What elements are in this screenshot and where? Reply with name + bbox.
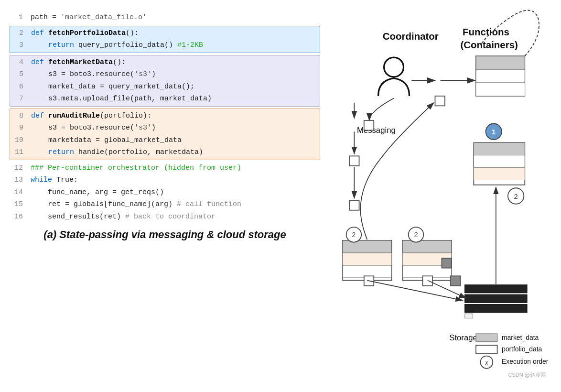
- code-text-2: def fetchPortfolioData():: [31, 27, 139, 40]
- code-text-5: s3 = boto3.resource('s3'): [31, 68, 156, 81]
- code-line-15: 15 ret = globals[func_name](arg) # call …: [10, 198, 320, 211]
- line-num-10: 10: [10, 134, 23, 147]
- code-text-12: ### Per-container orchestrator (hidden f…: [31, 162, 241, 174]
- legend-portfolio-box: [476, 345, 497, 353]
- code-text-15: ret = globals[func_name](arg) # call fun…: [31, 198, 241, 211]
- container-1-portfolio-data: [476, 69, 525, 83]
- code-line-3: 3 return query_portfolio_data() #1-2KB: [10, 39, 316, 52]
- line-num-8: 8: [10, 110, 23, 122]
- msg-sq-5: [422, 276, 432, 285]
- msg-sq-6: [442, 258, 451, 268]
- code-text-1: path = 'market_data_file.o': [31, 11, 147, 24]
- code-text-4: def fetchMarketData():: [31, 56, 126, 69]
- line-num-3: 3: [10, 39, 23, 52]
- legend-portfolio-label: portfolio_data: [502, 345, 542, 353]
- code-text-9: s3 = boto3.resource('s3'): [31, 122, 156, 134]
- container-1-rest: [476, 83, 525, 96]
- code-line-10: 10 marketdata = global_market_data: [10, 134, 316, 147]
- code-text-16: send_results(ret) # back to coordinator: [31, 211, 216, 223]
- code-line-6: 6 market_data = query_market_data();: [10, 81, 316, 93]
- legend-market-box: [476, 334, 497, 342]
- mid-circle-2-label: 2: [414, 231, 418, 239]
- box-lavender: 4 def fetchMarketData(): 5 s3 = boto3.re…: [10, 55, 320, 107]
- code-text-10: marketdata = global_market_data: [31, 134, 182, 147]
- mid-container-2-market: [403, 240, 452, 253]
- code-line-16: 16 send_results(ret) # back to coordinat…: [10, 211, 320, 223]
- container-1b-portfolio: [474, 155, 525, 167]
- left-panel: 1 path = 'market_data_file.o' 2 def fetc…: [10, 10, 325, 382]
- line-num-9: 9: [10, 122, 23, 134]
- code-line-2: 2 def fetchPortfolioData():: [10, 27, 316, 40]
- person-body: [378, 78, 410, 96]
- code-line-12: 12 ### Per-container orchestrator (hidde…: [10, 162, 320, 174]
- code-line-4: 4 def fetchMarketData():: [10, 56, 316, 69]
- code-line-9: 9 s3 = boto3.resource('s3'): [10, 122, 316, 134]
- code-text-8: def runAuditRule(portfolio):: [31, 110, 151, 122]
- main-container: 1 path = 'market_data_file.o' 2 def fetc…: [0, 0, 561, 392]
- line-num-14: 14: [10, 186, 23, 199]
- msg-sq-8: [435, 96, 444, 106]
- watermark: CSDN @斜渡渠: [508, 371, 546, 379]
- container-1-market-data: [476, 56, 525, 69]
- right-panel: Coordinator Functions (Containers) Messa…: [325, 10, 551, 382]
- legend-market-label: market_data: [502, 334, 539, 341]
- code-line-1: 1 path = 'market_data_file.o': [10, 11, 320, 24]
- code-area: 1 path = 'market_data_file.o' 2 def fetc…: [10, 11, 320, 223]
- msg-sq-1: [364, 120, 374, 130]
- left-circle-2-label: 2: [352, 231, 356, 239]
- left-container-2-active: [343, 253, 391, 265]
- line-num-6: 6: [10, 81, 23, 93]
- caption: (a) State-passing via messaging & cloud …: [10, 229, 320, 241]
- code-text-11: return handle(portfolio, marketdata): [31, 146, 203, 159]
- legend-exec-label: Execution order: [502, 358, 549, 365]
- storage-label: Storage: [449, 333, 477, 342]
- line-num-4: 4: [10, 56, 23, 69]
- arrow-coord-down: [369, 98, 394, 120]
- functions-label: Functions: [463, 26, 509, 37]
- box-blue: 2 def fetchPortfolioData(): 3 return que…: [10, 26, 320, 53]
- code-line-5: 5 s3 = boto3.resource('s3'): [10, 68, 316, 81]
- container-1b-active: [474, 168, 525, 180]
- containers-label: (Containers): [460, 39, 518, 50]
- line-num-12: 12: [10, 162, 23, 174]
- person-head: [384, 57, 404, 77]
- code-text-3: return query_portfolio_data() #1-2KB: [31, 39, 203, 52]
- code-text-6: market_data = query_market_data();: [31, 81, 194, 93]
- diagram-svg: Coordinator Functions (Containers) Messa…: [325, 10, 551, 382]
- storage-dot: [465, 314, 473, 318]
- code-line-14: 14 func_name, arg = get_reqs(): [10, 186, 320, 199]
- container-2a-circle-label: 2: [514, 193, 518, 200]
- code-line-13: 13 while True:: [10, 174, 320, 186]
- legend-exec-x: x: [485, 359, 488, 366]
- coordinator-label: Coordinator: [383, 31, 439, 42]
- line-num-5: 5: [10, 68, 23, 81]
- plain-lines-bottom: 12 ### Per-container orchestrator (hidde…: [10, 162, 320, 223]
- line-num-15: 15: [10, 198, 23, 211]
- line-num-11: 11: [10, 146, 23, 159]
- container-1-circle-label: 1: [492, 128, 496, 136]
- code-line-7: 7 s3.meta.upload_file(path, market_data): [10, 93, 316, 105]
- msg-sq-7: [451, 276, 460, 285]
- code-line-8: 8 def runAuditRule(portfolio):: [10, 110, 316, 122]
- container-1b-market: [474, 142, 525, 155]
- storage-bar-2: [465, 294, 527, 303]
- msg-sq-2: [349, 156, 359, 165]
- msg-sq-3: [349, 200, 359, 210]
- line-num-2: 2: [10, 27, 23, 40]
- code-text-14: func_name, arg = get_reqs(): [31, 186, 164, 199]
- code-text-13: while True:: [31, 174, 78, 186]
- line-num-16: 16: [10, 211, 23, 223]
- line-num-13: 13: [10, 174, 23, 186]
- arrow-left-to-storage: [367, 281, 463, 301]
- line-num-7: 7: [10, 93, 23, 105]
- line-num-1: 1: [10, 11, 23, 24]
- storage-bar-3: [465, 305, 527, 313]
- box-peach: 8 def runAuditRule(portfolio): 9 s3 = bo…: [10, 109, 320, 160]
- code-line-11: 11 return handle(portfolio, marketdata): [10, 146, 316, 159]
- messaging-label: Messaging: [357, 126, 396, 135]
- storage-bar-1: [465, 285, 527, 293]
- code-text-7: s3.meta.upload_file(path, market_data): [31, 93, 212, 105]
- left-container-2-market: [343, 240, 391, 253]
